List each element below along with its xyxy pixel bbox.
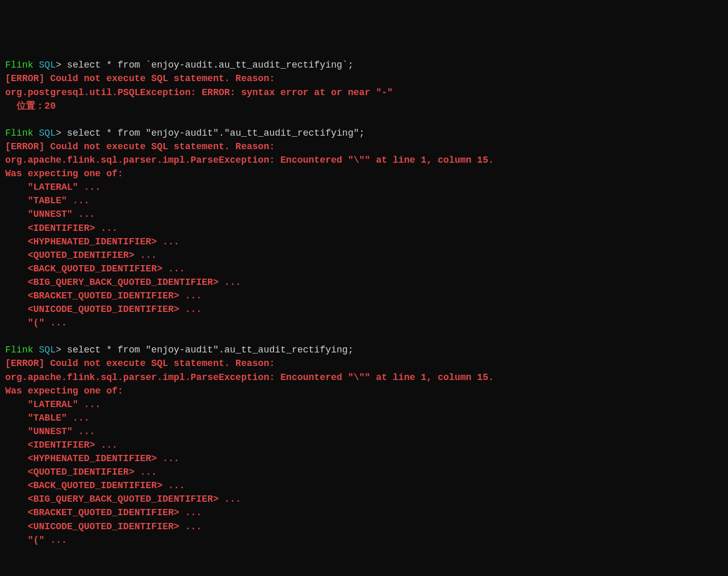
error-line: "LATERAL" ... (5, 180, 723, 194)
error-line: Was expecting one of: (5, 167, 723, 180)
prompt-line: Flink SQL> select * from "enjoy-audit".a… (5, 343, 723, 357)
error-line: org.apache.flink.sql.parser.impl.ParseEx… (5, 153, 723, 167)
error-line: <UNICODE_QUOTED_IDENTIFIER> ... (5, 520, 723, 533)
sql-command: select * from `enjoy-audit.au_tt_audit_r… (67, 60, 354, 70)
error-line: "TABLE" ... (5, 411, 723, 425)
sql-command: select * from "enjoy-audit"."au_tt_audit… (67, 128, 365, 138)
error-line: [ERROR] Could not execute SQL statement.… (5, 72, 723, 85)
blank-line (5, 330, 723, 343)
error-line: <IDENTIFIER> ... (5, 221, 723, 235)
error-line: <HYPHENATED_IDENTIFIER> ... (5, 452, 723, 465)
prompt-flink-label: Flink (5, 345, 39, 355)
error-line: org.apache.flink.sql.parser.impl.ParseEx… (5, 371, 723, 384)
prompt-caret: > (56, 345, 67, 355)
prompt-caret: > (56, 60, 67, 70)
error-line: <BACK_QUOTED_IDENTIFIER> ... (5, 262, 723, 276)
blank-line (5, 113, 723, 126)
error-line: org.postgresql.util.PSQLException: ERROR… (5, 86, 723, 99)
error-line: 位置：20 (5, 99, 723, 113)
prompt-line: Flink SQL> select * from "enjoy-audit"."… (5, 126, 723, 140)
error-line: <BIG_QUERY_BACK_QUOTED_IDENTIFIER> ... (5, 276, 723, 289)
error-line: <UNICODE_QUOTED_IDENTIFIER> ... (5, 303, 723, 316)
error-line: "UNNEST" ... (5, 207, 723, 221)
error-line: Was expecting one of: (5, 384, 723, 398)
error-line: <BACK_QUOTED_IDENTIFIER> ... (5, 479, 723, 492)
error-line: <IDENTIFIER> ... (5, 438, 723, 452)
error-line: <QUOTED_IDENTIFIER> ... (5, 248, 723, 262)
prompt-flink-label: Flink (5, 60, 39, 70)
error-line: [ERROR] Could not execute SQL statement.… (5, 140, 723, 153)
prompt-sql-label: SQL (39, 60, 56, 70)
error-line: <QUOTED_IDENTIFIER> ... (5, 465, 723, 479)
error-line: <HYPHENATED_IDENTIFIER> ... (5, 235, 723, 248)
error-line: <BIG_QUERY_BACK_QUOTED_IDENTIFIER> ... (5, 492, 723, 506)
prompt-sql-label: SQL (39, 128, 56, 138)
error-line: "LATERAL" ... (5, 398, 723, 411)
error-line: "UNNEST" ... (5, 425, 723, 438)
error-line: "(" ... (5, 316, 723, 330)
error-line: <BRACKET_QUOTED_IDENTIFIER> ... (5, 289, 723, 303)
prompt-line: Flink SQL> select * from `enjoy-audit.au… (5, 58, 723, 72)
prompt-sql-label: SQL (39, 345, 56, 355)
error-line: "TABLE" ... (5, 194, 723, 207)
error-line: [ERROR] Could not execute SQL statement.… (5, 357, 723, 370)
sql-command: select * from "enjoy-audit".au_tt_audit_… (67, 345, 354, 355)
prompt-caret: > (56, 128, 67, 138)
error-line: <BRACKET_QUOTED_IDENTIFIER> ... (5, 506, 723, 519)
error-line: "(" ... (5, 533, 723, 547)
prompt-flink-label: Flink (5, 128, 39, 138)
terminal-output[interactable]: Flink SQL> select * from `enjoy-audit.au… (5, 58, 723, 546)
